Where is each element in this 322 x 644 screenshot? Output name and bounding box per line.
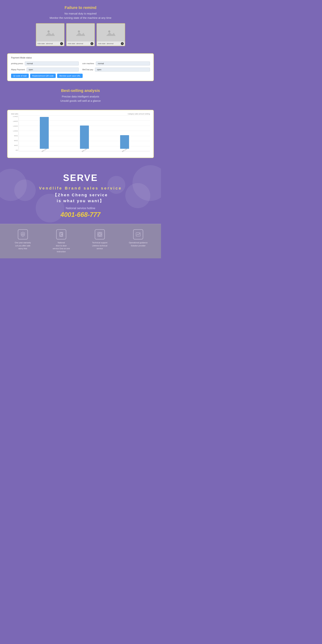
support-icon <box>97 232 103 237</box>
failure-subtitle: No manual duty is required Monitor the r… <box>11 12 150 20</box>
chart-left-label: total sales <box>11 113 18 115</box>
payment-value-alipay: open <box>27 68 79 72</box>
failure-section: Failure to remind No manual duty is requ… <box>0 0 161 53</box>
serve-title: SERVE <box>11 172 150 183</box>
footer-item-door: National door-to-door service One-on-one… <box>42 230 81 253</box>
serve-slogan: 【Zhen Cheng service is what you want】 <box>11 192 150 204</box>
payment-row-2: Alipay Payment: open WeChat pay: open <box>11 68 150 72</box>
footer-text-warranty: One year warranty Let you after-sale wor… <box>15 241 31 250</box>
footer-text-support: Technical support Lifetime technical ser… <box>92 241 107 250</box>
thumbnail-badge-3: 9 <box>121 42 124 45</box>
thumbnail-badge-1: 7 <box>60 42 63 45</box>
failure-title: Failure to remind <box>11 5 150 10</box>
y-label-0: 2,100元 <box>11 116 18 118</box>
chart-y-axis: 2,100元 1,800元 1,500元 1,200元 900元 600元 30… <box>11 116 18 151</box>
thumbnail-badge-2: 8 <box>91 42 93 45</box>
thumbnail-image-2 <box>67 24 94 42</box>
chart-bars: 868.22% 868.23% 868.23% <box>19 116 150 151</box>
chart-wrapper: 2,100元 1,800元 1,500元 1,200元 900元 600元 30… <box>11 116 150 155</box>
bestselling-subtitle: Precise data intelligent analysis Unsold… <box>11 94 150 103</box>
payment-field-alipay: Alipay Payment: open <box>11 68 79 72</box>
warranty-icon <box>20 232 26 237</box>
thumbnails-container: Aisle state : abnormal 7 Aisle state : a… <box>11 23 150 46</box>
thumbnail-card-3: Aisle state : abnormal 9 <box>97 23 125 46</box>
footer-item-support: Technical support Lifetime technical ser… <box>80 230 119 250</box>
bar-group-3: 868.23% <box>120 135 129 151</box>
svg-point-1 <box>47 30 50 32</box>
svg-point-7 <box>108 30 110 32</box>
payment-row-1: printing press: normal coin machine: nor… <box>11 62 150 66</box>
y-label-7: 0元 <box>11 149 18 151</box>
payment-buttons: Qr code of mall Replenishment QR code Me… <box>11 74 150 78</box>
payment-label-printing: printing press: <box>11 62 23 64</box>
thumbnail-status-2: Aisle state : abnormal <box>68 43 83 44</box>
bar-label-1: 868.22% <box>41 148 47 152</box>
btn-qr-mall[interactable]: Qr code of mall <box>11 74 29 78</box>
thumbnail-footer-3: Aisle state : abnormal 9 <box>97 42 125 46</box>
thumbnail-footer-2: Aisle state : abnormal 8 <box>67 42 94 46</box>
footer-services: One year warranty Let you after-sale wor… <box>0 224 161 258</box>
footer-text-door: National door-to-door service One-on-one… <box>53 241 70 253</box>
svg-rect-16 <box>99 234 101 235</box>
y-label-5: 600元 <box>11 140 18 142</box>
door-icon <box>58 232 64 237</box>
btn-replenishment[interactable]: Replenishment QR code <box>30 74 56 78</box>
chart-plot-area: 868.22% 868.23% 868.23% <box>18 116 150 151</box>
guidance-icon-box <box>133 230 143 240</box>
chart-labels-top: total sales Category sales amount rankin… <box>11 113 150 115</box>
chart-right-label: Category sales amount ranking <box>128 113 150 115</box>
serve-hotline: 4001-668-777 <box>11 211 150 218</box>
svg-point-4 <box>78 30 80 32</box>
footer-item-guidance: Operational guidance Solution provider <box>119 230 158 247</box>
thumbnail-card-1: Aisle state : abnormal 7 <box>36 23 64 46</box>
payment-panel: Payment Mode status printing press: norm… <box>7 53 154 81</box>
svg-rect-15 <box>98 233 101 236</box>
svg-point-12 <box>62 234 62 235</box>
y-label-1: 1,800元 <box>11 120 18 122</box>
guidance-icon <box>135 232 141 237</box>
chart-panel: total sales Category sales amount rankin… <box>7 110 154 158</box>
y-label-3: 1,200元 <box>11 130 18 132</box>
thumbnail-image-1 <box>36 24 64 42</box>
payment-field-coin: coin machine: normal <box>82 62 150 66</box>
door-icon-box <box>56 230 66 240</box>
serve-hotline-label: National service hotline <box>11 207 150 210</box>
payment-value-wechat: open <box>95 68 150 72</box>
payment-value-coin: normal <box>96 62 150 66</box>
bar-2 <box>80 126 89 149</box>
payment-label-wechat: WeChat pay: <box>82 68 94 70</box>
support-icon-box <box>95 230 105 240</box>
payment-label-alipay: Alipay Payment: <box>11 68 25 70</box>
serve-section: SERVE Vendlife Brand sales service 【Zhen… <box>0 165 161 224</box>
bar-group-2: 868.23% <box>80 126 89 151</box>
payment-field-wechat: WeChat pay: open <box>82 68 150 72</box>
warranty-icon-box <box>18 230 28 240</box>
bestselling-title: Best-selling analysis <box>11 88 150 93</box>
y-label-6: 300元 <box>11 144 18 146</box>
thumbnail-footer-1: Aisle state : abnormal 7 <box>36 42 64 46</box>
footer-item-warranty: One year warranty Let you after-sale wor… <box>3 230 42 250</box>
bar-group-1: 868.22% <box>40 117 49 151</box>
bar-label-3: 868.23% <box>122 148 128 152</box>
thumbnail-card-2: Aisle state : abnormal 8 <box>66 23 95 46</box>
y-label-2: 1,500元 <box>11 125 18 127</box>
payment-title: Payment Mode status <box>11 56 150 59</box>
bar-1 <box>40 117 49 149</box>
y-label-4: 900元 <box>11 135 18 137</box>
payment-value-printing: normal <box>25 62 79 66</box>
payment-field-printing: printing press: normal <box>11 62 79 66</box>
footer-text-guidance: Operational guidance Solution provider <box>129 241 148 247</box>
bestselling-section: Best-selling analysis Precise data intel… <box>0 86 161 110</box>
bar-label-2: 868.23% <box>82 148 87 152</box>
thumbnail-image-3 <box>97 24 125 42</box>
thumbnail-status-1: Aisle state : abnormal <box>37 43 53 44</box>
thumbnail-status-3: Aisle state : abnormal <box>98 43 114 44</box>
btn-member-push[interactable]: Member push save URL <box>57 74 83 78</box>
serve-brand: Vendlife Brand sales service <box>11 186 150 190</box>
bar-3 <box>120 135 129 149</box>
payment-label-coin: coin machine: <box>82 62 94 64</box>
